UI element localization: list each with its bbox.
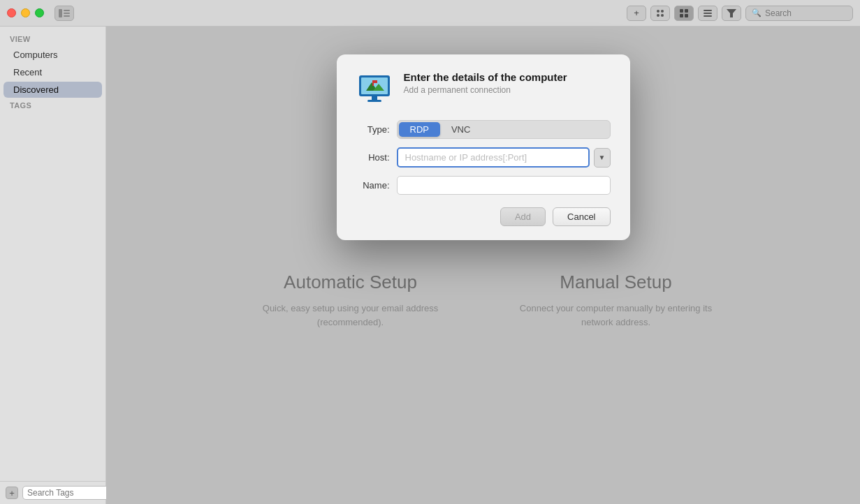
sidebar: VIEW Computers Recent Discovered TAGS + [0,27,106,504]
computer-icon [356,71,393,108]
modal-overlay: Enter the details of the computer Add a … [106,27,860,504]
host-row: Host: ▼ [356,147,611,168]
type-label: Type: [356,124,397,135]
type-selector: RDP VNC [397,120,611,139]
sidebar-item-recent[interactable]: Recent [3,64,102,80]
name-control [397,176,611,195]
sidebar-item-computers[interactable]: Computers [3,47,102,63]
close-button[interactable] [7,8,16,17]
svg-rect-11 [685,14,688,17]
name-input[interactable] [397,176,611,195]
svg-point-7 [661,14,664,17]
modal-header: Enter the details of the computer Add a … [356,71,611,108]
svg-rect-13 [704,13,712,14]
modal-buttons: Add Cancel [356,207,611,226]
cancel-button[interactable]: Cancel [553,207,610,226]
toolbar: + 🔍 [627,6,853,21]
search-bar[interactable]: 🔍 [745,6,853,21]
type-row: Type: RDP VNC [356,120,611,139]
name-row: Name: [356,176,611,195]
sidebar-item-discovered[interactable]: Discovered [3,82,102,98]
host-history-dropdown[interactable]: ▼ [594,148,611,168]
modal-title: Enter the details of the computer [404,71,567,83]
svg-rect-8 [680,9,683,13]
svg-point-5 [657,14,659,17]
main-content: Automatic Setup Quick, easy setup using … [106,27,860,504]
host-input[interactable] [397,147,590,168]
sidebar-toggle-button[interactable] [54,6,74,21]
modal-title-area: Enter the details of the computer Add a … [404,71,567,95]
svg-rect-12 [704,10,712,11]
add-tag-button[interactable]: + [6,487,18,499]
add-computer-modal: Enter the details of the computer Add a … [337,54,630,240]
svg-rect-20 [372,80,374,86]
tags-section-label: TAGS [0,98,105,112]
minimize-button[interactable] [21,8,30,17]
grid-view-button[interactable] [674,6,694,21]
vnc-type-button[interactable]: VNC [440,122,481,137]
svg-rect-23 [367,100,381,102]
svg-rect-2 [64,13,70,14]
svg-rect-0 [59,9,62,17]
search-input[interactable] [765,8,847,18]
maximize-button[interactable] [35,8,44,17]
window-controls [7,6,74,21]
host-input-row: ▼ [397,147,611,168]
host-label: Host: [356,152,397,163]
modal-subtitle: Add a permanent connection [404,85,567,95]
titlebar: + 🔍 [0,0,860,27]
svg-rect-3 [64,15,70,17]
rdp-type-button[interactable]: RDP [399,122,440,137]
type-toggle-group: RDP VNC [397,120,611,139]
add-computer-button[interactable]: + [627,6,646,21]
view-toggle-button[interactable] [650,6,670,21]
svg-marker-15 [727,9,736,17]
add-button[interactable]: Add [500,207,546,226]
svg-rect-17 [361,77,388,94]
svg-point-4 [657,10,659,13]
view-section-label: VIEW [0,32,105,46]
app-body: VIEW Computers Recent Discovered TAGS + … [0,27,860,504]
svg-point-6 [661,10,664,13]
svg-rect-22 [372,96,377,100]
sidebar-bottom: + [0,481,105,504]
list-view-button[interactable] [698,6,717,21]
name-label: Name: [356,180,397,191]
svg-rect-10 [680,14,683,17]
svg-rect-9 [685,9,688,13]
search-icon: 🔍 [752,8,761,17]
host-control: ▼ [397,147,611,168]
svg-rect-14 [704,15,712,17]
svg-rect-21 [374,80,377,83]
svg-rect-1 [64,10,70,11]
filter-button[interactable] [722,6,741,21]
